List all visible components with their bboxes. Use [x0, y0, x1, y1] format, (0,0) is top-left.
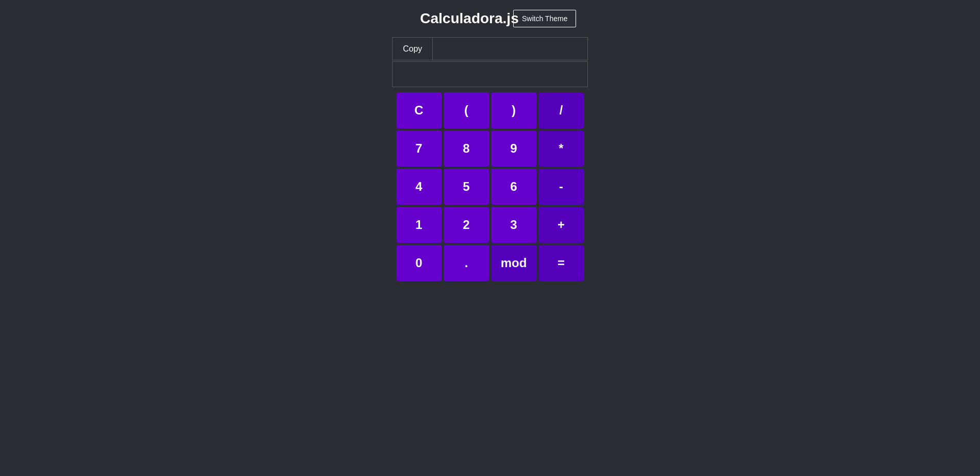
- btn-equals[interactable]: =: [538, 245, 584, 281]
- btn-mod[interactable]: mod: [491, 245, 536, 281]
- btn-3[interactable]: 3: [491, 207, 536, 243]
- btn-divide[interactable]: /: [538, 92, 584, 128]
- expression-display: [392, 61, 588, 87]
- btn-decimal[interactable]: .: [444, 245, 489, 281]
- btn-0[interactable]: 0: [396, 245, 442, 281]
- btn-8[interactable]: 8: [444, 130, 489, 167]
- header: Calculadora.js Switch Theme: [0, 0, 980, 37]
- btn-clear[interactable]: C: [396, 92, 442, 128]
- btn-2[interactable]: 2: [444, 207, 489, 243]
- btn-4[interactable]: 4: [396, 169, 442, 205]
- btn-subtract[interactable]: -: [538, 169, 584, 205]
- buttons-grid: C ( ) / 7 8 9 * 4 5 6 - 1 2 3 + 0 . mod …: [396, 92, 584, 281]
- btn-7[interactable]: 7: [396, 130, 442, 167]
- btn-5[interactable]: 5: [444, 169, 489, 205]
- btn-6[interactable]: 6: [491, 169, 536, 205]
- display-row: Copy: [392, 37, 588, 60]
- btn-9[interactable]: 9: [491, 130, 536, 167]
- copy-button[interactable]: Copy: [393, 38, 433, 60]
- app-title: Calculadora.js: [420, 10, 518, 27]
- main-display[interactable]: [433, 38, 587, 60]
- btn-close-paren[interactable]: ): [491, 92, 536, 128]
- btn-1[interactable]: 1: [396, 207, 442, 243]
- btn-add[interactable]: +: [538, 207, 584, 243]
- btn-multiply[interactable]: *: [538, 130, 584, 167]
- calculator-container: Copy C ( ) / 7 8 9 * 4 5 6 - 1 2 3 + 0 .…: [392, 37, 588, 281]
- btn-open-paren[interactable]: (: [444, 92, 489, 128]
- switch-theme-button[interactable]: Switch Theme: [513, 10, 576, 27]
